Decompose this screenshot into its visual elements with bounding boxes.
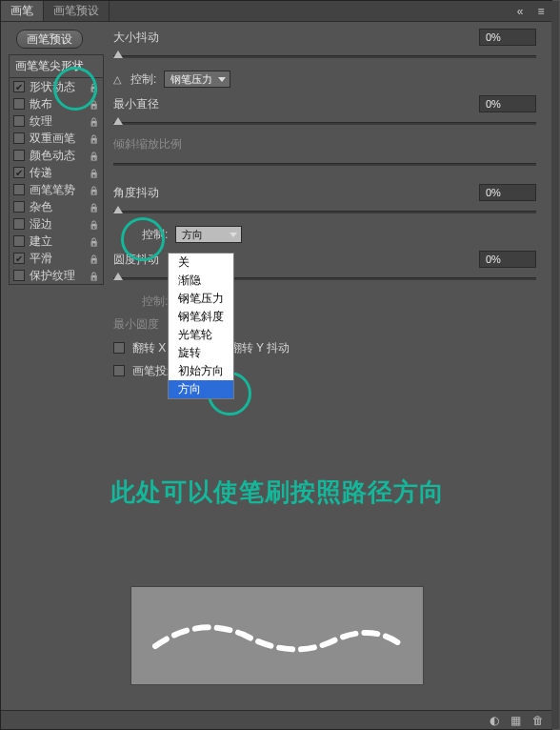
control-label: 控制: bbox=[130, 71, 156, 88]
lock-icon[interactable] bbox=[88, 149, 99, 162]
lock-icon[interactable] bbox=[88, 234, 99, 248]
dropdown-option[interactable]: 初始方向 bbox=[169, 362, 233, 380]
lock-icon[interactable] bbox=[88, 269, 99, 282]
control2-dropdown[interactable]: 关 渐隐 钢笔压力 钢笔斜度 光笔轮 旋转 初始方向 方向 bbox=[168, 253, 234, 399]
lock-icon[interactable] bbox=[88, 183, 99, 196]
checkbox-icon[interactable] bbox=[13, 132, 25, 144]
checkbox-icon[interactable] bbox=[13, 253, 25, 264]
lock-icon[interactable] bbox=[88, 166, 99, 179]
control2-select[interactable]: 方向 bbox=[175, 226, 242, 243]
collapse-icon[interactable]: « bbox=[510, 5, 530, 18]
checkbox-icon[interactable] bbox=[13, 201, 25, 213]
toggle-icon[interactable]: ◐ bbox=[490, 714, 499, 727]
sidebar-item-protect-texture[interactable]: 保护纹理 bbox=[10, 267, 103, 284]
lock-icon[interactable] bbox=[88, 132, 99, 145]
checkbox-icon[interactable] bbox=[13, 218, 25, 230]
dropdown-option[interactable]: 关 bbox=[169, 253, 233, 272]
round-jitter-value[interactable]: 0% bbox=[479, 251, 536, 268]
sidebar-item-transfer[interactable]: 传递 bbox=[10, 164, 103, 181]
min-diameter-label: 最小直径 bbox=[113, 96, 159, 112]
angle-jitter-slider[interactable] bbox=[113, 204, 536, 219]
sidebar-item-brush-pose[interactable]: 画笔笔势 bbox=[10, 181, 103, 198]
tilt-scale-slider bbox=[113, 156, 536, 172]
warning-icon bbox=[113, 72, 123, 86]
round-jitter-label: 圆度抖动 bbox=[113, 252, 159, 268]
tab-presets[interactable]: 画笔预设 bbox=[44, 1, 110, 21]
checkbox-icon[interactable] bbox=[13, 270, 25, 281]
size-jitter-slider[interactable] bbox=[113, 49, 536, 64]
lock-icon[interactable] bbox=[88, 97, 99, 111]
tab-brush[interactable]: 画笔 bbox=[1, 1, 44, 21]
checkbox-icon[interactable] bbox=[13, 81, 25, 92]
lock-icon[interactable] bbox=[88, 114, 99, 128]
flip-y-label: 翻转 Y 抖动 bbox=[230, 340, 290, 356]
checkbox-icon[interactable] bbox=[13, 98, 25, 110]
sidebar-item-smoothing[interactable]: 平滑 bbox=[10, 250, 103, 267]
dropdown-option[interactable]: 钢笔斜度 bbox=[169, 308, 233, 326]
brush-presets-button[interactable]: 画笔预设 bbox=[16, 30, 83, 49]
control1-select[interactable]: 钢笔压力 bbox=[164, 71, 230, 88]
trash-icon[interactable]: 🗑 bbox=[532, 714, 544, 727]
control3-label: 控制: bbox=[142, 294, 168, 310]
sidebar-item-scattering[interactable]: 散布 bbox=[10, 95, 103, 112]
sidebar-item-texture[interactable]: 纹理 bbox=[10, 112, 103, 130]
projection-checkbox[interactable] bbox=[113, 365, 125, 376]
size-jitter-value[interactable]: 0% bbox=[479, 29, 536, 46]
tilt-scale-label: 倾斜缩放比例 bbox=[113, 136, 536, 152]
checkbox-icon[interactable] bbox=[13, 235, 25, 247]
checkbox-icon[interactable] bbox=[13, 184, 25, 195]
brush-preview bbox=[130, 586, 424, 685]
dropdown-option[interactable]: 光笔轮 bbox=[169, 326, 233, 344]
sidebar-item-shape-dynamics[interactable]: 形状动态 bbox=[10, 78, 103, 95]
checkbox-icon[interactable] bbox=[13, 167, 25, 178]
dropdown-option[interactable]: 旋转 bbox=[169, 344, 233, 362]
sidebar-item-color-dynamics[interactable]: 颜色动态 bbox=[10, 147, 103, 164]
brush-panel: 画笔 画笔预设 « ≡ 画笔预设 画笔笔尖形状 形状动态 散布 bbox=[0, 0, 552, 730]
min-diameter-slider[interactable] bbox=[113, 115, 536, 131]
dropdown-option[interactable]: 钢笔压力 bbox=[169, 290, 233, 308]
dropdown-option[interactable]: 渐隐 bbox=[169, 272, 233, 290]
dropdown-option-selected[interactable]: 方向 bbox=[169, 380, 233, 398]
annotation-caption: 此处可以使笔刷按照路径方向 bbox=[1, 476, 553, 509]
flip-x-checkbox[interactable] bbox=[113, 342, 125, 354]
lock-icon[interactable] bbox=[88, 252, 99, 265]
sidebar-item-noise[interactable]: 杂色 bbox=[10, 198, 103, 215]
size-jitter-label: 大小抖动 bbox=[113, 30, 159, 46]
lock-icon[interactable] bbox=[88, 217, 99, 231]
angle-jitter-label: 角度抖动 bbox=[113, 185, 159, 201]
sidebar-item-wet-edges[interactable]: 湿边 bbox=[10, 215, 103, 233]
tab-bar: 画笔 画笔预设 « ≡ bbox=[1, 1, 551, 22]
control2-label: 控制: bbox=[142, 227, 168, 243]
lock-icon[interactable] bbox=[88, 200, 99, 213]
status-bar: ◐ ▦ 🗑 bbox=[1, 710, 553, 729]
angle-jitter-value[interactable]: 0% bbox=[479, 184, 536, 201]
flyout-menu-icon[interactable]: ≡ bbox=[530, 5, 551, 18]
brush-tip-shape-header[interactable]: 画笔笔尖形状 bbox=[10, 54, 103, 78]
checkbox-icon[interactable] bbox=[13, 150, 25, 161]
sidebar: 画笔预设 画笔笔尖形状 形状动态 散布 纹理 bbox=[9, 28, 104, 446]
lock-icon[interactable] bbox=[88, 80, 99, 93]
min-diameter-value[interactable]: 0% bbox=[479, 95, 536, 112]
checkbox-icon[interactable] bbox=[13, 115, 25, 127]
new-icon[interactable]: ▦ bbox=[510, 714, 521, 727]
sidebar-item-dual-brush[interactable]: 双重画笔 bbox=[10, 130, 103, 147]
settings-area: 大小抖动 0% 控制: 钢笔压力 最小直径 0% bbox=[104, 28, 551, 446]
sidebar-item-build-up[interactable]: 建立 bbox=[10, 233, 103, 250]
